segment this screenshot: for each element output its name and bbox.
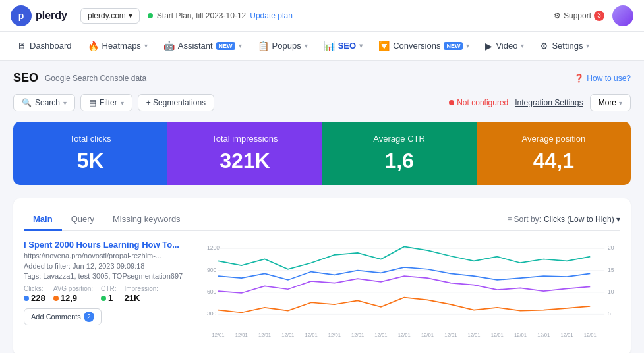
nav-item-video[interactable]: ▶ Video ▾ bbox=[479, 37, 531, 55]
dashboard-icon: 🖥 bbox=[17, 41, 26, 51]
svg-text:12/01: 12/01 bbox=[398, 332, 411, 338]
stat-avg-position: Average position 44,1 bbox=[477, 122, 631, 185]
more-label: More bbox=[599, 98, 616, 107]
nav-item-assistant[interactable]: 🤖 Assistant NEW ▾ bbox=[157, 37, 249, 55]
nav-label-heatmaps: Heatmaps bbox=[102, 41, 141, 51]
filter-icon: ▤ bbox=[89, 98, 96, 107]
svg-text:12/01: 12/01 bbox=[281, 332, 294, 338]
svg-text:12/01: 12/01 bbox=[444, 332, 457, 338]
nav-item-heatmaps[interactable]: 🔥 Heatmaps ▾ bbox=[81, 37, 154, 55]
avg-pos-value: 12,9 bbox=[53, 293, 93, 303]
svg-text:12/01: 12/01 bbox=[584, 332, 597, 338]
nav-label-seo: SEO bbox=[338, 41, 356, 51]
sort-value[interactable]: Clicks (Low to High) ▾ bbox=[544, 215, 620, 224]
svg-text:12/01: 12/01 bbox=[491, 332, 504, 338]
tab-missing-keywords[interactable]: Missing keywords bbox=[103, 209, 190, 231]
clicks-value: 228 bbox=[24, 293, 45, 303]
stat-ctr-label: Average CTR bbox=[336, 134, 463, 144]
how-to-link[interactable]: ❓ How to use? bbox=[574, 74, 631, 83]
avatar-image bbox=[612, 5, 633, 26]
svg-text:900: 900 bbox=[207, 267, 217, 273]
svg-text:12/01: 12/01 bbox=[537, 332, 550, 338]
header-right: ⚙ Support 3 bbox=[554, 5, 633, 26]
impression-value: 21K bbox=[124, 293, 158, 303]
assistant-new-badge: NEW bbox=[216, 42, 235, 50]
svg-text:12/01: 12/01 bbox=[560, 332, 573, 338]
stat-impressions-label: Total impressions bbox=[181, 134, 308, 144]
stat-avg-ctr: Average CTR 1,6 bbox=[322, 122, 477, 185]
svg-text:20: 20 bbox=[608, 244, 614, 251]
chart-area: 1200 900 600 300 20 15 10 5 bbox=[206, 240, 620, 345]
search-icon: 🔍 bbox=[22, 98, 32, 107]
svg-text:12/01: 12/01 bbox=[421, 332, 434, 338]
domain-chevron: ▾ bbox=[129, 11, 132, 20]
stat-total-impressions: Total impressions 321K bbox=[167, 122, 322, 185]
more-button[interactable]: More ▾ bbox=[590, 94, 631, 111]
impression-stat: Impression: 21K bbox=[124, 285, 158, 303]
seo-chevron: ▾ bbox=[359, 42, 363, 49]
toolbar-right: Not configured Integration Settings More… bbox=[449, 94, 631, 111]
stat-total-clicks: Total clicks 5K bbox=[13, 122, 167, 185]
nav-item-dashboard[interactable]: 🖥 Dashboard bbox=[11, 37, 78, 55]
filter-label: Filter bbox=[100, 98, 117, 107]
search-label: Search bbox=[35, 98, 60, 107]
stat-clicks-label: Total clicks bbox=[26, 134, 154, 144]
domain-value: plerdy.com bbox=[88, 11, 126, 20]
stat-position-label: Average position bbox=[490, 134, 618, 144]
update-plan-link[interactable]: Update plan bbox=[250, 11, 293, 20]
svg-text:12/01: 12/01 bbox=[351, 332, 364, 338]
support-label: Support bbox=[564, 11, 591, 20]
nav-item-popups[interactable]: 📋 Popups ▾ bbox=[251, 37, 314, 55]
stat-clicks-value: 5K bbox=[26, 149, 154, 173]
nav-item-conversions[interactable]: 🔽 Conversions NEW ▾ bbox=[372, 37, 476, 55]
plan-badge: Start Plan, till 2023-10-12 Update plan bbox=[148, 11, 293, 20]
assistant-chevron: ▾ bbox=[239, 42, 242, 49]
svg-text:5: 5 bbox=[608, 310, 611, 317]
integration-settings-link[interactable]: Integration Settings bbox=[515, 98, 583, 107]
avatar[interactable] bbox=[612, 5, 633, 26]
tab-query[interactable]: Query bbox=[62, 209, 103, 231]
popups-icon: 📋 bbox=[258, 41, 269, 51]
svg-text:12/01: 12/01 bbox=[305, 332, 318, 338]
segmentation-label: + Segmentations bbox=[146, 98, 206, 107]
nav-item-seo[interactable]: 📊 SEO ▾ bbox=[317, 37, 369, 55]
add-comments-label: Add Comments bbox=[31, 313, 81, 321]
avg-pos-dot bbox=[53, 296, 59, 301]
segmentation-button[interactable]: + Segmentations bbox=[138, 94, 214, 111]
article-url: https://novena.pro/novosti/propal-rezhim… bbox=[24, 252, 195, 259]
comment-count-badge: 2 bbox=[84, 312, 94, 322]
filter-chevron: ▾ bbox=[121, 99, 124, 107]
svg-text:12/01: 12/01 bbox=[514, 332, 527, 338]
logo-text: plerdy bbox=[36, 10, 67, 22]
nav-item-settings[interactable]: ⚙ Settings ▾ bbox=[533, 37, 596, 55]
clicks-label: Clicks: bbox=[24, 285, 45, 292]
toolbar: 🔍 Search ▾ ▤ Filter ▾ + Segmentations No… bbox=[13, 94, 631, 111]
svg-text:12/01: 12/01 bbox=[467, 332, 480, 338]
support-button[interactable]: ⚙ Support 3 bbox=[554, 11, 604, 21]
svg-text:600: 600 bbox=[207, 288, 217, 295]
search-chevron: ▾ bbox=[63, 99, 67, 107]
svg-text:12/01: 12/01 bbox=[235, 332, 248, 338]
page-title: SEO bbox=[13, 71, 38, 85]
conversions-icon: 🔽 bbox=[378, 41, 390, 51]
tab-main[interactable]: Main bbox=[24, 209, 62, 231]
support-count-badge: 3 bbox=[594, 11, 604, 21]
add-comments-button[interactable]: Add Comments 2 bbox=[24, 308, 102, 325]
logo-area: p plerdy bbox=[11, 5, 67, 26]
nav-label-popups: Popups bbox=[272, 41, 301, 51]
filter-button[interactable]: ▤ Filter ▾ bbox=[80, 94, 132, 111]
svg-text:12/01: 12/01 bbox=[212, 332, 225, 338]
domain-selector[interactable]: plerdy.com ▾ bbox=[80, 8, 140, 24]
main-nav: 🖥 Dashboard 🔥 Heatmaps ▾ 🤖 Assistant NEW… bbox=[0, 32, 644, 61]
avg-pos-label: AVG position: bbox=[53, 285, 93, 292]
article-section: I Spent 2000 Hours Learning How To... ht… bbox=[24, 240, 620, 345]
sort-label: ≡ Sort by: bbox=[507, 215, 541, 224]
not-configured-icon bbox=[449, 100, 454, 105]
popups-chevron: ▾ bbox=[305, 42, 308, 49]
plan-dot-icon bbox=[148, 13, 153, 18]
article-title[interactable]: I Spent 2000 Hours Learning How To... bbox=[24, 240, 195, 250]
article-tags: Tags: Lavazza1, test-3005, TOPsegmentati… bbox=[24, 272, 195, 280]
ctr-value: 1 bbox=[101, 293, 116, 303]
search-button[interactable]: 🔍 Search ▾ bbox=[13, 94, 75, 111]
page-subtitle: Google Search Console data bbox=[45, 74, 146, 83]
